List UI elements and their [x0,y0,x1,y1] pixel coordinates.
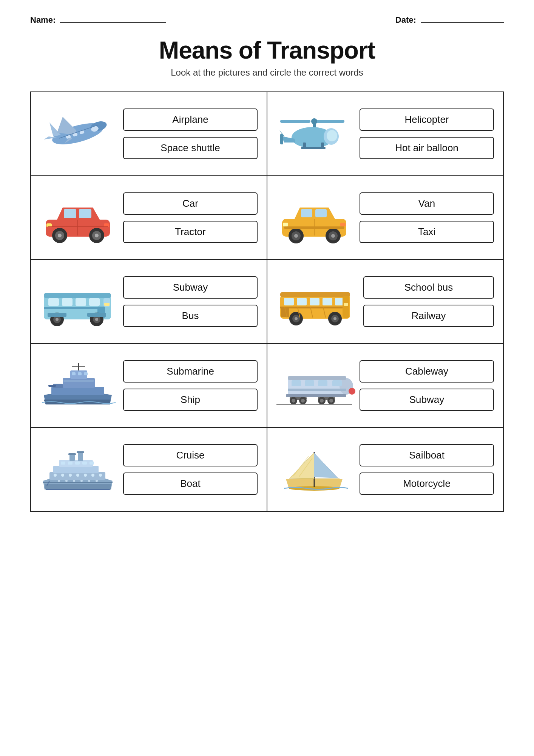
svg-rect-56 [76,298,86,306]
svg-rect-154 [46,489,110,490]
svg-rect-107 [288,376,346,380]
svg-rect-100 [72,372,76,375]
svg-rect-68 [87,313,106,317]
svg-rect-108 [292,380,301,386]
choice-school-bus[interactable]: School bus [363,276,494,299]
choice-tractor[interactable]: Tractor [123,221,258,243]
name-label: Name: [30,15,56,25]
svg-rect-150 [82,462,87,465]
svg-rect-94 [63,378,95,388]
svg-rect-78 [344,303,348,306]
svg-point-137 [76,474,79,477]
choice-car[interactable]: Car [123,192,258,215]
choice-railway[interactable]: Railway [363,305,494,327]
svg-rect-151 [90,462,94,465]
grid-row: Cruise Boat [31,428,503,511]
svg-rect-111 [332,380,342,386]
choice-cruise[interactable]: Cruise [123,444,258,466]
svg-rect-66 [104,303,110,306]
date-label: Date: [395,15,416,25]
taxi-image [276,193,352,242]
choice-ship[interactable]: Ship [123,389,258,411]
svg-point-136 [69,474,72,477]
svg-point-143 [73,480,75,482]
svg-rect-73 [297,298,307,305]
svg-rect-54 [48,298,59,306]
choice-submarine[interactable]: Submarine [123,360,258,383]
svg-point-123 [329,399,333,403]
cell-cruiseship: Cruise Boat [31,428,267,511]
svg-rect-14 [313,124,316,127]
cell-train: Cableway Subway [267,344,503,427]
choice-hot-air-balloon[interactable]: Hot air balloon [360,137,494,159]
cell-taxi: Van Taxi [267,176,503,259]
svg-rect-149 [75,462,80,465]
svg-rect-130 [69,454,75,461]
choice-subway[interactable]: Subway [123,276,258,299]
svg-point-62 [56,318,59,321]
choice-space-shuttle[interactable]: Space shuttle [123,137,258,159]
svg-point-117 [292,399,295,403]
choice-motorcycle[interactable]: Motorcycle [360,472,494,495]
svg-point-106 [349,388,355,395]
svg-rect-69 [44,307,99,309]
svg-rect-27 [79,209,91,218]
svg-point-144 [80,480,83,482]
svg-rect-21 [303,143,306,148]
svg-marker-39 [295,208,335,219]
taxi-choices: Van Taxi [360,192,494,243]
svg-rect-72 [284,298,294,305]
choice-taxi[interactable]: Taxi [360,221,494,243]
choice-airplane[interactable]: Airplane [123,108,258,131]
svg-rect-55 [62,298,73,306]
choice-bus[interactable]: Bus [123,305,258,327]
car-image [40,193,116,242]
svg-rect-67 [48,313,66,317]
choice-subway[interactable]: Subway [360,389,494,411]
svg-point-134 [54,474,57,477]
svg-rect-99 [48,385,56,387]
svg-rect-53 [44,293,111,298]
page-title: Means of Transport [30,36,504,64]
svg-point-146 [96,480,98,482]
sailboat-choices: Sailboat Motorcycle [360,444,494,495]
svg-point-13 [311,118,317,124]
svg-rect-74 [310,298,319,305]
worksheet-grid: Airplane Space shuttle [30,91,504,512]
svg-point-121 [320,399,324,403]
svg-marker-25 [57,208,100,220]
svg-point-142 [65,480,68,482]
svg-rect-147 [61,462,65,465]
svg-point-139 [91,474,94,477]
svg-point-140 [99,474,102,477]
choice-helicopter[interactable]: Helicopter [360,108,494,131]
svg-rect-109 [305,380,314,386]
svg-point-141 [58,480,60,482]
bus-choices: Subway Bus [123,276,258,327]
choice-sailboat[interactable]: Sailboat [360,444,494,466]
cruiseship-image [40,445,116,494]
svg-point-138 [84,474,87,477]
svg-point-17 [327,130,337,141]
bus-image [40,277,116,326]
svg-rect-49 [283,223,288,226]
airplane-choices: Airplane Space shuttle [123,108,258,159]
svg-rect-133 [77,451,84,453]
train-choices: Cableway Subway [360,360,494,411]
svg-rect-126 [45,484,111,490]
cell-schoolbus: School bus Railway [267,260,503,343]
helicopter-choices: Helicopter Hot air balloon [360,108,494,159]
svg-rect-77 [343,296,349,318]
cruiseship-choices: Cruise Boat [123,444,258,495]
svg-point-34 [95,234,99,237]
page-subtitle: Look at the pictures and circle the corr… [30,67,504,78]
svg-point-65 [95,318,98,321]
choice-cableway[interactable]: Cableway [360,360,494,383]
cell-bus: Subway Bus [31,260,267,343]
svg-rect-40 [301,209,312,217]
svg-point-135 [61,474,64,477]
helicopter-image [276,109,352,158]
choice-van[interactable]: Van [360,192,494,215]
schoolbus-image [276,277,356,326]
choice-boat[interactable]: Boat [123,472,258,495]
